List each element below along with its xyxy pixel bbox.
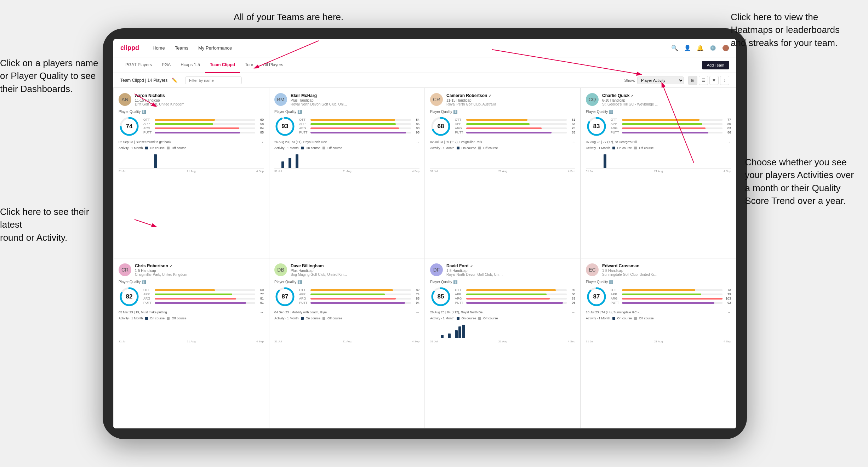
donut-chart[interactable]: 68	[430, 116, 451, 137]
nav-home[interactable]: Home	[153, 45, 165, 51]
donut-chart[interactable]: 82	[119, 286, 140, 307]
list-view-button[interactable]: ☰	[699, 76, 708, 85]
sub-nav-tour[interactable]: Tour	[240, 57, 258, 73]
player-info: David Ford ✓ 1-5 Handicap Royal North De…	[446, 263, 575, 277]
arrow-right-icon[interactable]: →	[571, 140, 575, 144]
add-team-button[interactable]: Add Team	[702, 61, 729, 69]
quality-row[interactable]: 68 OTT 61 APP	[430, 116, 575, 137]
stat-value: 80	[724, 122, 731, 126]
stat-row: OTT 60	[143, 118, 264, 121]
stat-bar	[310, 132, 406, 133]
last-round[interactable]: 18 Jul 23 | 74 (+4), Sunningdale GC - Ol…	[586, 310, 731, 314]
stat-value: 60	[257, 288, 264, 292]
sort-button[interactable]: ↕	[720, 76, 729, 85]
off-course-text: Off course	[483, 146, 498, 150]
stat-bar-wrap	[155, 302, 255, 304]
nav-my-performance[interactable]: My Performance	[198, 45, 232, 51]
arrow-right-icon[interactable]: →	[727, 310, 731, 314]
sub-nav-pgat[interactable]: PGAT Players	[120, 57, 157, 73]
arrow-right-icon[interactable]: →	[416, 140, 419, 144]
arrow-right-icon[interactable]: →	[416, 310, 419, 314]
off-course-legend	[478, 317, 481, 320]
quality-row[interactable]: 87 OTT 82 APP	[274, 286, 419, 307]
edit-icon[interactable]: ✏️	[172, 78, 177, 83]
donut-chart[interactable]: 83	[586, 116, 607, 137]
player-card[interactable]: DB Dave Billingham Plus Handicap Sog Mag…	[269, 258, 425, 428]
chart-bar	[289, 158, 291, 168]
player-name[interactable]: Charlie Quick ✓	[602, 93, 731, 98]
activity-label: Activity · 1 Month	[274, 146, 299, 150]
donut-chart[interactable]: 87	[586, 286, 607, 307]
sub-nav-hcaps[interactable]: Hcaps 1-5	[176, 57, 205, 73]
player-card[interactable]: BM Blair McHarg Plus Handicap Royal Nort…	[269, 88, 425, 258]
last-round-text: 26 Aug 23 | 73 (+1), Royal North Devon G…	[274, 140, 331, 144]
donut-chart[interactable]: 74	[119, 116, 140, 137]
player-card[interactable]: EC Edward Crossman 1-5 Handicap Sunningd…	[581, 258, 736, 428]
player-card[interactable]: AN Aaron Nicholls 11-15 Handicap Drift G…	[113, 88, 269, 258]
donut-chart[interactable]: 93	[274, 116, 296, 137]
quality-row[interactable]: 82 OTT 60 APP	[119, 286, 264, 307]
last-round[interactable]: 02 Sep 23 | Sunset round to get back int…	[119, 140, 264, 144]
player-name[interactable]: Dave Billingham	[291, 263, 419, 268]
player-card[interactable]: CR Chris Robertson ✓ 1-5 Handicap Craigm…	[113, 258, 269, 428]
last-round[interactable]: 04 Sep 23 | Mobility with coach, Gym →	[274, 310, 419, 314]
on-course-legend	[145, 317, 148, 320]
quality-row[interactable]: 74 OTT 60 APP	[119, 116, 264, 137]
avatar-icon[interactable]: 🟤	[722, 45, 729, 51]
quality-row[interactable]: 85 OTT 89 APP	[430, 286, 575, 307]
search-icon[interactable]: 🔍	[671, 45, 678, 51]
donut-chart[interactable]: 85	[430, 286, 451, 307]
stat-bar-wrap	[310, 123, 411, 125]
quality-row[interactable]: 83 OTT 77 APP	[586, 116, 731, 137]
sub-nav-pga[interactable]: PGA	[157, 57, 176, 73]
stat-bar	[466, 289, 556, 291]
last-round[interactable]: 26 Aug 23 | 84 (+12), Royal North Devon …	[430, 310, 575, 314]
sub-nav-all-players[interactable]: All Players	[258, 57, 288, 73]
player-name[interactable]: Edward Crossman	[602, 263, 731, 268]
chart-label-mid: 21 Aug	[187, 170, 196, 173]
sub-nav-team-clippd[interactable]: Team Clippd	[205, 57, 240, 73]
last-round[interactable]: 26 Aug 23 | 73 (+1), Royal North Devon G…	[274, 140, 419, 144]
arrow-right-icon[interactable]: →	[260, 140, 264, 144]
activity-label: Activity · 1 Month	[586, 317, 610, 320]
player-card[interactable]: DF David Ford ✓ 1-5 Handicap Royal North…	[425, 258, 581, 428]
grid-view-button[interactable]: ⊞	[688, 76, 697, 85]
player-name[interactable]: Chris Robertson ✓	[135, 263, 264, 268]
player-name[interactable]: David Ford ✓	[446, 263, 575, 268]
bell-icon[interactable]: 🔔	[697, 45, 704, 51]
chart-bar	[604, 154, 606, 168]
arrow-right-icon[interactable]: →	[727, 140, 731, 144]
stat-row: OTT 60	[143, 288, 264, 292]
off-course-legend	[167, 147, 170, 149]
player-name[interactable]: Blair McHarg	[291, 93, 419, 98]
quality-label: Player Quality ℹ️	[119, 280, 264, 284]
search-input[interactable]	[185, 76, 242, 84]
arrow-right-icon[interactable]: →	[571, 310, 575, 314]
last-round[interactable]: 05 Mar 23 | 19, Must make putting →	[119, 310, 264, 314]
latest-round-callout: Click here to see their latestround or A…	[0, 205, 106, 244]
filter-button[interactable]: ▼	[709, 76, 719, 85]
last-round[interactable]: 07 Aug 23 | 77 (+7), St George's Hill GC…	[586, 140, 731, 144]
chart-label-start: 31 Jul	[430, 170, 438, 173]
player-card[interactable]: CQ Charlie Quick ✓ 6-10 Handicap St. Geo…	[581, 88, 736, 258]
player-name[interactable]: Cameron Robertson ✓	[446, 93, 575, 98]
stat-bar-wrap	[622, 294, 723, 295]
arrow-right-icon[interactable]: →	[260, 310, 264, 314]
last-round[interactable]: 02 Jul 23 | 59 (+17), Craigmillar Park G…	[430, 140, 575, 144]
quality-row[interactable]: 87 OTT 73 APP	[586, 286, 731, 307]
donut-chart[interactable]: 87	[274, 286, 296, 307]
player-card[interactable]: CR Cameron Robertson ✓ 11-15 Handicap Ro…	[425, 88, 581, 258]
stat-value: 80	[568, 292, 575, 296]
nav-teams[interactable]: Teams	[175, 45, 188, 51]
teams-callout: All of your Teams are here.	[234, 11, 343, 23]
chart-bar	[281, 161, 284, 168]
on-course-text: On course	[150, 317, 165, 320]
on-course-text: On course	[617, 146, 632, 150]
show-dropdown[interactable]: Player Activity Quality Score Trend	[637, 76, 684, 84]
stat-value: 94	[412, 301, 419, 304]
user-icon[interactable]: 👤	[684, 45, 691, 51]
settings-icon[interactable]: ⚙️	[709, 45, 716, 51]
player-score: 74	[126, 123, 133, 130]
player-name[interactable]: Aaron Nicholls	[135, 93, 264, 98]
quality-row[interactable]: 93 OTT 84 APP	[274, 116, 419, 137]
